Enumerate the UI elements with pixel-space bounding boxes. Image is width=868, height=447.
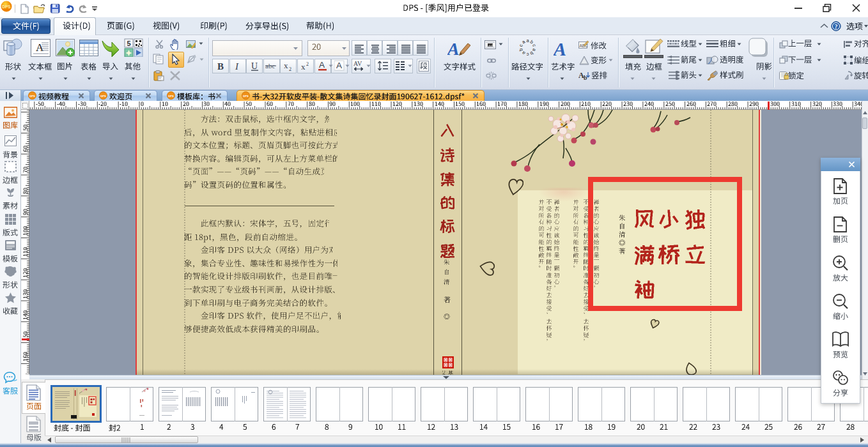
svg-text:c: c xyxy=(531,43,538,48)
svg-text:U: U xyxy=(251,61,258,71)
svg-text:b: b xyxy=(529,50,535,57)
svg-text:DPS: DPS xyxy=(168,95,174,98)
svg-text:?: ? xyxy=(835,23,838,30)
svg-text:I: I xyxy=(235,61,239,71)
svg-text:DPS: DPS xyxy=(2,4,11,9)
svg-text:2: 2 xyxy=(289,66,291,72)
svg-text:5: 5 xyxy=(127,40,130,47)
svg-text:A: A xyxy=(336,61,342,70)
svg-text:DPS: DPS xyxy=(243,95,249,98)
svg-text:b: b xyxy=(518,48,524,52)
svg-text:DPS: DPS xyxy=(29,95,35,98)
svg-text:AV: AV xyxy=(353,60,362,67)
svg-text:x: x xyxy=(284,61,288,70)
svg-text:b: b xyxy=(584,74,587,81)
svg-text:A: A xyxy=(36,42,44,54)
svg-text:A: A xyxy=(447,39,460,57)
svg-text:DPS: DPS xyxy=(100,95,106,98)
svg-text:B: B xyxy=(217,61,224,71)
svg-text:A: A xyxy=(319,60,325,70)
svg-text:c: c xyxy=(526,52,529,57)
svg-text:A: A xyxy=(554,38,566,57)
svg-text:2: 2 xyxy=(306,61,309,67)
svg-text:x: x xyxy=(301,62,306,71)
